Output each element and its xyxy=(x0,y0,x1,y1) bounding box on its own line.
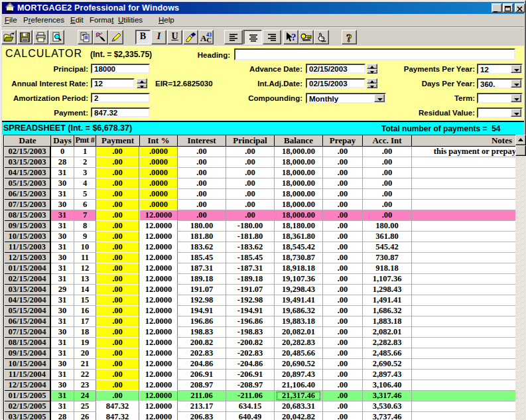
svg-text:43: 43 xyxy=(206,32,212,38)
svg-text:?: ? xyxy=(346,32,352,43)
svg-text:?: ? xyxy=(291,32,296,42)
